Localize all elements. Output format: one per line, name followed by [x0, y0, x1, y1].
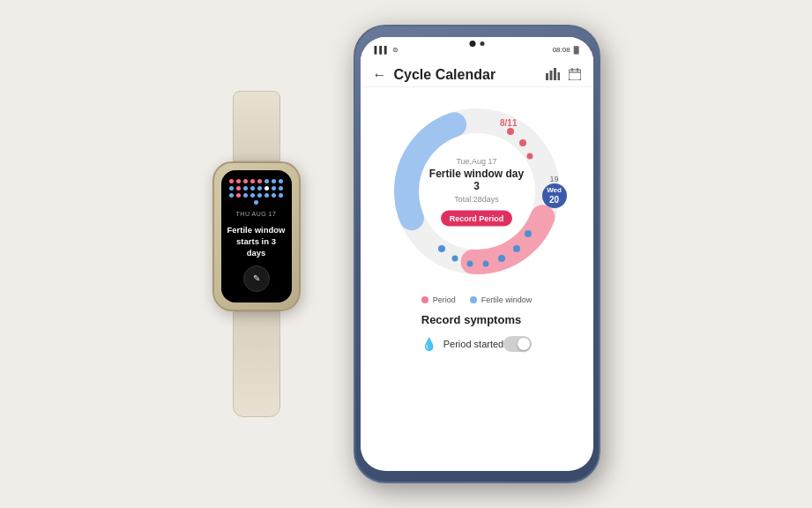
period-toggle[interactable]: [503, 336, 532, 352]
app-header: ← Cycle Calendar: [361, 62, 593, 87]
dot: [264, 193, 269, 198]
back-button[interactable]: ←: [373, 67, 387, 83]
svg-rect-0: [546, 73, 548, 80]
dot: [236, 186, 241, 190]
smartphone: ▌▌▌ ⊜ 08:08 ▓ ←: [354, 25, 600, 483]
svg-point-13: [526, 153, 533, 160]
edit-icon: ✎: [253, 273, 260, 283]
dot: [264, 179, 269, 183]
chart-icon[interactable]: [546, 68, 560, 83]
dot: [272, 193, 276, 198]
dot: [279, 179, 283, 183]
smartwatch: THU AUG 17 Fertile windowstarts in 3 day…: [212, 91, 301, 417]
status-left: ▌▌▌ ⊜: [375, 46, 399, 54]
svg-point-17: [482, 261, 488, 267]
dot: [279, 186, 283, 190]
signal-icon: ▌▌▌: [375, 46, 390, 54]
dot: [279, 193, 283, 198]
day-badge-circle: Wed 20: [542, 183, 567, 208]
period-label: Period: [433, 295, 456, 304]
svg-point-16: [498, 255, 505, 262]
watch-action-button[interactable]: ✎: [243, 265, 270, 292]
calendar-icon[interactable]: [569, 68, 581, 83]
symptom-row: 💧 Period started: [421, 332, 532, 356]
dot: [229, 186, 234, 190]
clock: 08:08: [553, 46, 570, 54]
symptoms-section: Record symptoms 💧 Period started: [409, 308, 544, 362]
cycle-chart: 8/11 Tue,Aug 17 Fertile window day 3 Tot…: [380, 94, 574, 288]
cycle-date: Tue,Aug 17: [428, 157, 525, 166]
dot: [243, 186, 248, 190]
watch-main-text: Fertile windowstarts in 3 days: [227, 224, 287, 259]
cycle-title: Fertile window day 3: [428, 168, 525, 192]
status-right: 08:08 ▓: [553, 46, 579, 54]
svg-point-15: [513, 245, 520, 252]
svg-rect-4: [569, 70, 581, 80]
dot: [229, 179, 234, 183]
watch-date: THU AUG 17: [236, 211, 277, 217]
camera-lens-small: [480, 41, 484, 46]
day-badge-weekday: Wed: [547, 186, 562, 195]
cycle-total: Total:28days: [428, 195, 525, 204]
svg-point-12: [519, 139, 526, 146]
page-title: Cycle Calendar: [394, 67, 546, 83]
dot: [250, 179, 255, 183]
svg-point-18: [466, 261, 473, 267]
chart-legend: Period Fertile window: [421, 295, 533, 304]
main-scene: THU AUG 17 Fertile windowstarts in 3 day…: [0, 0, 812, 508]
period-dot: [421, 296, 428, 303]
status-bar: ▌▌▌ ⊜ 08:08 ▓: [361, 37, 593, 62]
svg-rect-3: [557, 72, 560, 80]
day-badge-num-top: 19: [549, 175, 558, 183]
legend-fertile: Fertile window: [470, 295, 533, 304]
svg-text:8/11: 8/11: [500, 118, 518, 128]
dot: [229, 193, 234, 198]
fertile-dot: [470, 296, 477, 303]
battery-icon: ▓: [574, 46, 579, 54]
watch-dots: [227, 179, 285, 205]
day-badge-date: 20: [549, 195, 559, 205]
symptoms-title: Record symptoms: [421, 313, 532, 326]
cycle-center: Tue,Aug 17 Fertile window day 3 Total:28…: [428, 157, 525, 227]
watch-band-bottom: [233, 311, 280, 417]
watch-body: THU AUG 17 Fertile windowstarts in 3 day…: [212, 161, 301, 311]
dot: [264, 186, 269, 190]
header-icons: [546, 68, 581, 83]
dot: [236, 179, 241, 183]
dot: [272, 179, 276, 183]
camera-notch: [469, 41, 484, 47]
camera-lens: [469, 41, 475, 47]
fertile-label: Fertile window: [481, 295, 533, 304]
record-period-button[interactable]: Record Period: [441, 211, 513, 227]
legend-period: Period: [421, 295, 456, 304]
phone-body: ▌▌▌ ⊜ 08:08 ▓ ←: [354, 25, 600, 483]
wifi-icon: ⊜: [392, 46, 399, 54]
dot: [236, 193, 241, 198]
dot: [250, 186, 255, 190]
svg-point-20: [438, 245, 445, 252]
dot: [243, 193, 248, 198]
watch-band-top: [233, 91, 280, 161]
svg-rect-1: [549, 71, 552, 80]
phone-screen: ▌▌▌ ⊜ 08:08 ▓ ←: [361, 37, 593, 471]
svg-rect-2: [554, 68, 556, 80]
dot: [272, 186, 276, 190]
dot: [257, 186, 262, 190]
day-badge: 19 Wed 20: [542, 175, 567, 208]
period-drop-icon: 💧: [421, 337, 436, 351]
svg-point-11: [507, 128, 514, 135]
svg-point-14: [525, 230, 532, 237]
dot: [250, 193, 255, 198]
dot: [257, 179, 262, 183]
symptom-label: Period started: [443, 339, 503, 349]
chart-area: 8/11 Tue,Aug 17 Fertile window day 3 Tot…: [361, 87, 593, 471]
dot: [254, 200, 258, 205]
dot: [243, 179, 248, 183]
svg-point-19: [451, 256, 458, 262]
dot: [257, 193, 262, 198]
watch-screen: THU AUG 17 Fertile windowstarts in 3 day…: [221, 170, 292, 303]
